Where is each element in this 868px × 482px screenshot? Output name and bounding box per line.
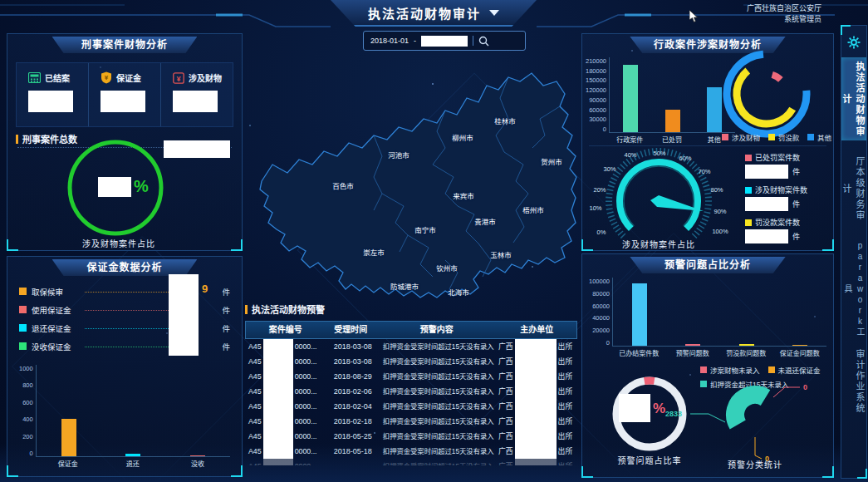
bar — [125, 454, 140, 456]
section-bullet — [245, 305, 248, 314]
date-range-input[interactable]: 2018-01-01 - — [363, 31, 526, 51]
warning-table-title: 执法活动财物预警 — [245, 302, 577, 316]
stat-label: 已结案 — [45, 71, 70, 84]
map-city-label[interactable]: 崇左市 — [363, 247, 385, 257]
table-row[interactable]: A450000...2018-05-25扣押资金受案时间超过15天没有录入广西出… — [245, 429, 577, 444]
redacted-value — [263, 414, 293, 429]
svg-text:¥: ¥ — [105, 74, 109, 81]
map-city-label[interactable]: 百色市 — [332, 180, 354, 190]
table-header: 案件编号 受理时间 预警内容 主办单位 — [245, 321, 577, 339]
redacted-value — [263, 384, 293, 399]
legend-swatch — [745, 187, 752, 194]
legend-swatch — [19, 342, 27, 350]
admin-bar-chart: 2100001800001500001200009000060000300000… — [586, 57, 735, 144]
stat-involved-property: ¥ 涉及财物 — [160, 63, 233, 126]
map-city-label[interactable]: 柳州市 — [452, 132, 473, 142]
user-info: 广西壮族自治区公安厅 系统管理员 — [747, 3, 821, 25]
legend-swatch — [768, 366, 775, 373]
legend-swatch — [19, 324, 27, 332]
date-start[interactable]: 2018-01-01 — [370, 37, 409, 45]
legend-swatch — [745, 219, 752, 226]
redacted-value — [515, 414, 557, 429]
map-city-label[interactable]: 北海市 — [448, 287, 469, 297]
admin-ring-legend: 涉及财物 罚没款 其他 — [722, 132, 831, 142]
map-city-label[interactable]: 河池市 — [388, 150, 409, 160]
redacted-value — [515, 384, 557, 399]
criminal-stats-row: 已结案 ¥ 保证金 ¥ 涉及财物 — [16, 62, 233, 127]
calculator-icon — [28, 72, 41, 83]
panel-criminal-case-analysis: 刑事案件财物分析 已结案 ¥ 保证金 ¥ 涉及财物 刑事案件总数 — [7, 33, 243, 251]
legend-swatch — [700, 366, 707, 373]
callout-value: 2833 — [665, 410, 682, 418]
table-row[interactable]: A450000...扣押资金受案时间超过15天没有录入广西出所 — [245, 459, 577, 465]
stat-label: 涉及财物 — [189, 71, 222, 84]
map-city-label[interactable]: 钦州市 — [436, 263, 458, 273]
guangxi-map: 桂林市 柳州市 贺州市 河池市 百色市 来宾市 梧州市 贵港市 南宁市 玉林市 … — [249, 50, 577, 299]
table-row[interactable]: A450000...2018-05-18扣押资金受案时间超过15天没有录入广西出… — [245, 444, 577, 459]
legend-swatch — [745, 155, 752, 161]
bar — [632, 283, 647, 346]
table-row[interactable]: A450000...2018-02-04扣押资金受案时间超过15天没有录入广西出… — [245, 399, 577, 414]
leader-line — [85, 327, 179, 329]
bar — [665, 110, 680, 132]
table-row[interactable]: A450000...2018-08-29扣押资金受案时间超过15天没有录入广西出… — [245, 369, 577, 384]
legend-swatch — [19, 288, 27, 295]
redacted-value — [515, 399, 557, 414]
table-row[interactable]: A450000...2018-03-08扣押资金受案时间超过15天没有录入广西出… — [245, 354, 577, 369]
map-city-label[interactable]: 防城港市 — [390, 281, 419, 291]
chevron-down-icon[interactable] — [489, 10, 499, 16]
table-row[interactable]: A450000...2018-02-18扣押资金受案时间超过15天没有录入广西出… — [245, 414, 577, 429]
nav-item-parawork-tool[interactable]: parawork工具 — [841, 239, 866, 340]
gauge-tick: 90% — [714, 208, 726, 215]
table-row[interactable]: A450000...2018-03-08扣押资金受案时间超过15天没有录入广西出… — [245, 339, 577, 354]
svg-text:¥: ¥ — [176, 74, 180, 82]
panel-warning-header: 预警问题占比分析 — [630, 257, 785, 273]
percent-sign: % — [134, 177, 149, 196]
gauge-tick: 0% — [597, 229, 606, 236]
gauge-tick: 40% — [624, 151, 636, 159]
divider — [473, 36, 473, 46]
nav-item-law-enforcement-audit[interactable]: 执法活动财物审计 — [841, 57, 866, 140]
bar — [707, 87, 722, 132]
stat-closed-cases: 已结案 — [17, 63, 88, 126]
criminal-donut-caption: 涉及财物案件占比 — [82, 237, 155, 249]
bar — [61, 419, 76, 456]
bar — [739, 344, 754, 346]
map-city-label[interactable]: 来宾市 — [453, 190, 474, 200]
shield-icon: ¥ — [101, 71, 112, 84]
redacted-value — [515, 444, 557, 459]
class-caption: 预警分类统计 — [728, 458, 782, 470]
stat-bail-amount: ¥ 保证金 — [88, 63, 160, 126]
warning-bar-chart: 100000800006000040000200000已办结案件数预警问题数罚没… — [589, 278, 826, 357]
redacted-value — [421, 36, 468, 47]
app-title-bar[interactable]: 执法活动财物审计 — [331, 0, 537, 27]
map-city-label[interactable]: 贵港市 — [474, 216, 496, 226]
nav-item-audit-work-system[interactable]: 审计作业系统 — [841, 348, 866, 415]
date-separator: - — [414, 37, 416, 45]
leader-line — [85, 346, 179, 347]
map-city-label[interactable]: 贺州市 — [541, 156, 562, 166]
user-role[interactable]: 系统管理员 — [747, 14, 821, 25]
page-title: 执法活动财物审计 — [368, 4, 481, 22]
table-row[interactable]: A450000...2018-02-06扣押资金受案时间超过15天没有录入广西出… — [245, 384, 577, 399]
map-city-label[interactable]: 桂林市 — [494, 116, 516, 125]
redacted-value — [101, 91, 145, 112]
map-city-label[interactable]: 南宁市 — [414, 224, 436, 234]
map-city-label[interactable]: 梧州市 — [522, 204, 544, 214]
redacted-value — [745, 229, 788, 243]
org-name: 广西壮族自治区公安厅 — [747, 3, 821, 14]
search-icon[interactable] — [478, 36, 489, 47]
bail-bar-chart: 10008006004002000保证金退还没收 — [19, 365, 230, 468]
bar — [792, 345, 807, 346]
redacted-value — [263, 429, 293, 444]
map-city-label[interactable]: 玉林市 — [490, 249, 512, 259]
map-outline — [249, 50, 577, 299]
redacted-value — [263, 369, 293, 384]
nav-item-department-finance-audit[interactable]: 厅本级财务审计 — [841, 152, 866, 225]
gear-icon[interactable] — [847, 36, 861, 49]
redacted-value — [173, 91, 218, 112]
gauge-tick: 50% — [653, 150, 665, 157]
redacted-value — [263, 444, 293, 459]
warning-table-body: A450000...2018-03-08扣押资金受案时间超过15天没有录入广西出… — [245, 339, 577, 465]
redacted-value — [745, 197, 788, 211]
